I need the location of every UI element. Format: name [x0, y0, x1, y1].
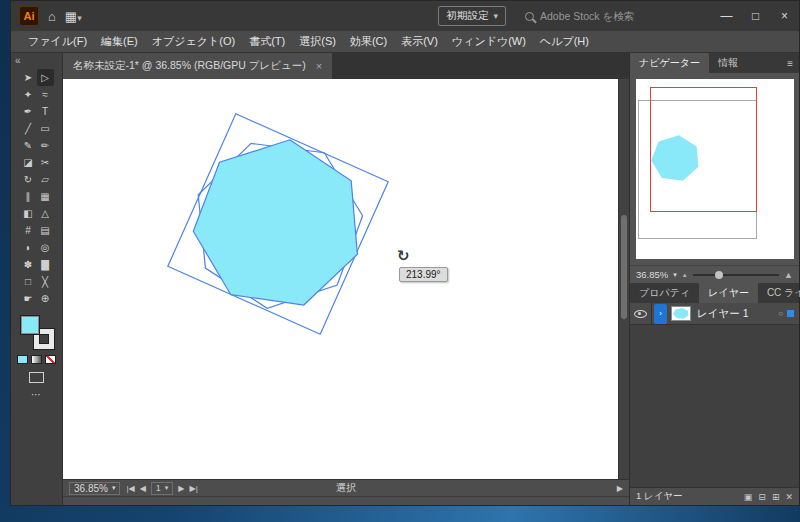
- perspective-grid-tool[interactable]: △: [37, 205, 54, 222]
- arrange-documents-icon[interactable]: ▦▾: [65, 10, 82, 23]
- target-circle-icon[interactable]: ○: [778, 309, 783, 318]
- panel-tab-bar: プロパティ レイヤー CC ライブラリ: [630, 283, 799, 303]
- menu-item[interactable]: オブジェクト(O): [145, 34, 242, 49]
- layer-thumbnail: [671, 306, 691, 321]
- title-bar: Ai ⌂ ▦▾ 初期設定 ▾ — □ ×: [11, 1, 799, 31]
- fill-color-swatch[interactable]: [20, 315, 40, 335]
- line-segment-tool[interactable]: ╱: [20, 120, 37, 137]
- selection-indicator[interactable]: [787, 310, 794, 317]
- magic-wand-tool[interactable]: ✦: [20, 86, 37, 103]
- close-tab-icon[interactable]: ×: [316, 60, 322, 72]
- none-mode-icon[interactable]: [45, 355, 56, 364]
- layer-name[interactable]: レイヤー 1: [697, 307, 778, 321]
- tab-info[interactable]: 情報: [709, 53, 747, 73]
- blend-tool[interactable]: ◎: [37, 239, 54, 256]
- edit-toolbar-icon[interactable]: ⋯: [31, 389, 42, 400]
- workspace-label: 初期設定: [446, 9, 488, 23]
- gradient-tool[interactable]: ▤: [37, 222, 54, 239]
- menu-item[interactable]: 表示(V): [394, 34, 445, 49]
- previous-artboard-icon[interactable]: ◀: [140, 484, 146, 493]
- make-clipping-mask-icon[interactable]: ▣: [744, 492, 753, 502]
- rectangle-tool[interactable]: ▭: [37, 120, 54, 137]
- canvas[interactable]: ↻ 213.99°: [63, 79, 629, 479]
- collapse-toolbar-icon[interactable]: «: [11, 53, 25, 68]
- artboard-number-dropdown[interactable]: 1 ▾: [151, 482, 174, 495]
- minimize-button[interactable]: —: [712, 1, 741, 31]
- navigator-tab-bar: ナビゲーター 情報 ≡: [630, 53, 799, 73]
- document-tab[interactable]: 名称未設定-1* @ 36.85% (RGB/GPU プレビュー) ×: [63, 53, 332, 79]
- zoom-level-dropdown[interactable]: 36.85% ▾: [69, 482, 120, 495]
- maximize-button[interactable]: □: [741, 1, 770, 31]
- eraser-tool[interactable]: ◪: [20, 154, 37, 171]
- stock-search[interactable]: [525, 10, 675, 22]
- menu-item[interactable]: ウィンドウ(W): [445, 34, 533, 49]
- pen-tool[interactable]: ✒: [20, 103, 37, 120]
- tab-layers[interactable]: レイヤー: [699, 283, 758, 303]
- layer-row[interactable]: › レイヤー 1 ○: [630, 303, 799, 325]
- artboard-tool[interactable]: □: [20, 273, 37, 290]
- color-mode-icon[interactable]: [17, 355, 28, 364]
- column-graph-tool[interactable]: ▇: [37, 256, 54, 273]
- pencil-tool[interactable]: ✏: [37, 137, 54, 154]
- scissors-tool[interactable]: ✂: [37, 154, 54, 171]
- paintbrush-tool[interactable]: ✎: [20, 137, 37, 154]
- hand-tool[interactable]: ☛: [20, 290, 37, 307]
- gradient-mode-icon[interactable]: [31, 355, 42, 364]
- layer-expander-icon[interactable]: ›: [654, 304, 667, 324]
- panel-menu-icon[interactable]: ≡: [781, 53, 799, 73]
- app-logo-icon: Ai: [19, 6, 39, 26]
- new-layer-icon[interactable]: ⊞: [772, 492, 780, 502]
- right-panel-dock: ナビゲーター 情報 ≡ 36.85% ▾ ▲ ▲: [629, 53, 799, 505]
- last-artboard-icon[interactable]: ▶|: [190, 484, 198, 493]
- vertical-scrollbar[interactable]: [618, 79, 629, 479]
- scale-tool[interactable]: ▱: [37, 171, 54, 188]
- scrollbar-thumb[interactable]: [621, 215, 627, 319]
- rotate-tool[interactable]: ↻: [20, 171, 37, 188]
- navigator-preview[interactable]: [636, 79, 794, 259]
- menu-item[interactable]: 書式(T): [242, 34, 292, 49]
- close-button[interactable]: ×: [770, 1, 799, 31]
- navigator-view-proxy[interactable]: [650, 87, 757, 212]
- zoom-tool[interactable]: ⊕: [37, 290, 54, 307]
- menu-item[interactable]: 編集(E): [94, 34, 145, 49]
- zoom-slider[interactable]: [693, 274, 779, 276]
- search-input[interactable]: [540, 10, 670, 22]
- zoom-slider-thumb[interactable]: [715, 271, 723, 279]
- tab-navigator[interactable]: ナビゲーター: [630, 53, 709, 73]
- draw-mode-icon[interactable]: [29, 372, 44, 383]
- tab-cc-libraries[interactable]: CC ライブラリ: [758, 283, 800, 303]
- rotate-cursor-icon: ↻: [397, 247, 410, 265]
- delete-layer-icon[interactable]: ✕: [785, 492, 793, 502]
- menu-item[interactable]: 選択(S): [292, 34, 343, 49]
- scroll-right-icon[interactable]: ▶: [617, 484, 623, 493]
- workspace-switcher[interactable]: 初期設定 ▾: [438, 6, 506, 26]
- first-artboard-icon[interactable]: |◀: [126, 484, 134, 493]
- symbol-sprayer-tool[interactable]: ✽: [20, 256, 37, 273]
- selection-tool[interactable]: ➤: [20, 69, 37, 86]
- eye-icon: [634, 307, 647, 320]
- zoom-out-icon[interactable]: ▲: [682, 272, 688, 278]
- next-artboard-icon[interactable]: ▶: [178, 484, 184, 493]
- direct-selection-tool[interactable]: ▷: [37, 69, 54, 86]
- tab-properties[interactable]: プロパティ: [630, 283, 699, 303]
- new-sublayer-icon[interactable]: ⊟: [758, 492, 766, 502]
- free-transform-tool[interactable]: ▦: [37, 188, 54, 205]
- slice-tool[interactable]: ╳: [37, 273, 54, 290]
- home-icon[interactable]: ⌂: [48, 10, 56, 23]
- width-tool[interactable]: ∥: [20, 188, 37, 205]
- lasso-tool[interactable]: ≈: [37, 86, 54, 103]
- zoom-in-icon[interactable]: ▲: [784, 270, 793, 280]
- visibility-cell[interactable]: [630, 303, 652, 324]
- eyedropper-tool[interactable]: ◗: [20, 239, 37, 256]
- artboard-navigation: |◀ ◀ 1 ▾ ▶ ▶|: [126, 482, 197, 495]
- type-tool[interactable]: T: [37, 103, 54, 120]
- menu-item[interactable]: ファイル(F): [21, 34, 94, 49]
- shape-builder-tool[interactable]: ◧: [20, 205, 37, 222]
- fill-stroke-widget: [20, 315, 54, 349]
- navigator-zoom-value[interactable]: 36.85%: [636, 269, 668, 280]
- mesh-tool[interactable]: #: [20, 222, 37, 239]
- heptagon-shape[interactable]: [193, 140, 357, 305]
- layers-panel: › レイヤー 1 ○: [630, 303, 799, 487]
- menu-item[interactable]: ヘルプ(H): [533, 34, 596, 49]
- menu-item[interactable]: 効果(C): [343, 34, 394, 49]
